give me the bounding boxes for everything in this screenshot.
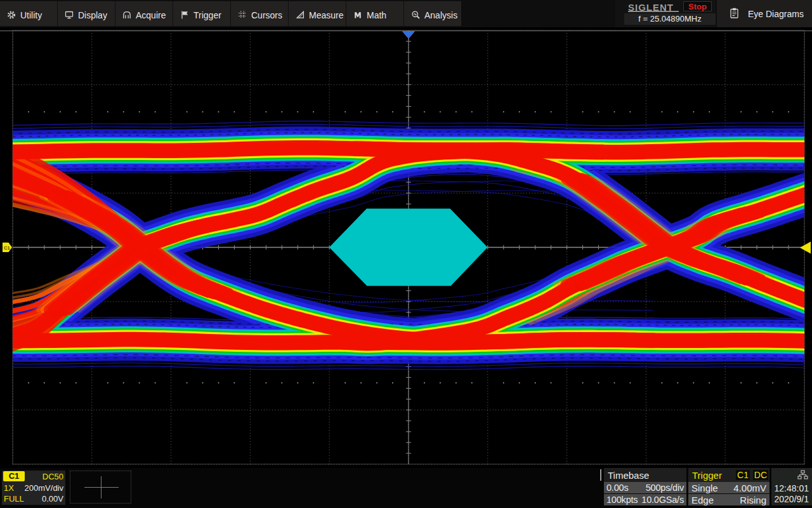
svg-text:C1: C1 (4, 245, 10, 251)
